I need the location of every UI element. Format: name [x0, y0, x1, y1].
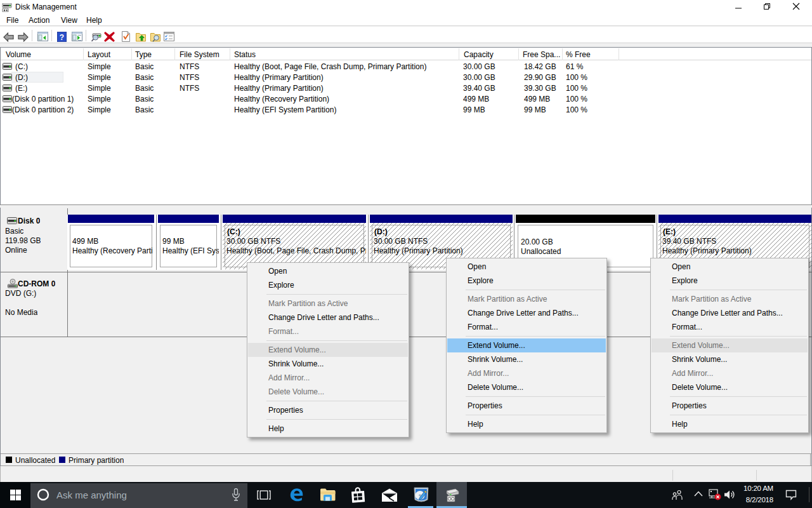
svg-text:?: ? — [60, 33, 64, 42]
